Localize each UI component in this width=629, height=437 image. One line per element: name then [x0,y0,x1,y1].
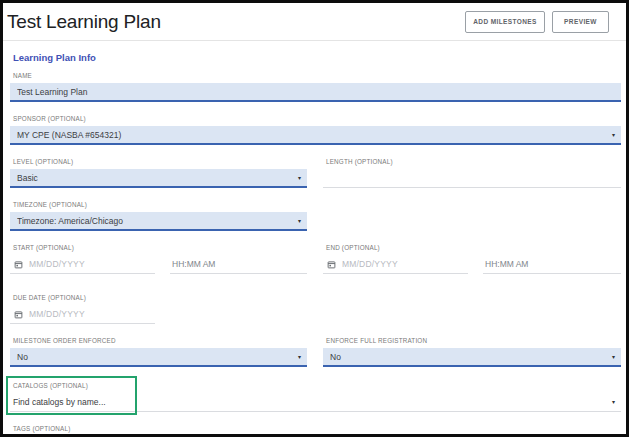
name-input[interactable]: Test Learning Plan [10,83,621,102]
enforcement-row: MILESTONE ORDER ENFORCED No ▾ ENFORCE FU… [10,337,621,367]
end-field-group: END (OPTIONAL) MM/DD/YYYY H [323,244,621,274]
start-time-placeholder: HH:MM AM [172,259,215,269]
length-field-group: LENGTH (OPTIONAL) [323,158,621,188]
page-title: Test Learning Plan [7,11,161,33]
timezone-row-spacer [323,201,621,231]
end-datetime-pair: MM/DD/YYYY HH:MM AM [323,255,621,274]
chevron-down-icon: ▾ [612,399,615,405]
level-select[interactable]: Basic ▾ [10,169,307,188]
header-actions: ADD MILESTONES PREVIEW [465,11,609,33]
milestone-order-value: No [17,352,298,362]
start-datetime-pair: MM/DD/YYYY HH:MM AM [10,255,307,274]
name-value: Test Learning Plan [17,87,615,97]
level-field-group: LEVEL (OPTIONAL) Basic ▾ [10,158,307,188]
chevron-down-icon: ▾ [298,354,301,360]
sponsor-select[interactable]: MY CPE (NASBA #654321) ▾ [10,126,621,145]
calendar-icon [14,260,23,269]
learning-plan-form-window: Test Learning Plan ADD MILESTONES PREVIE… [0,0,629,437]
add-milestones-button[interactable]: ADD MILESTONES [465,11,545,33]
end-label: END (OPTIONAL) [326,244,621,251]
due-date-placeholder: MM/DD/YYYY [29,309,85,319]
due-date-input[interactable]: MM/DD/YYYY [10,305,155,324]
chevron-down-icon: ▾ [612,132,615,138]
name-field-group: NAME Test Learning Plan [10,72,621,102]
timezone-value: Timezone: America/Chicago [17,216,298,226]
timezone-field-group: TIMEZONE (OPTIONAL) Timezone: America/Ch… [10,201,307,231]
sponsor-field-group: SPONSOR (OPTIONAL) MY CPE (NASBA #654321… [10,115,621,145]
page-header: Test Learning Plan ADD MILESTONES PREVIE… [3,3,626,41]
end-date-placeholder: MM/DD/YYYY [342,259,398,269]
enforce-registration-value: No [330,352,612,362]
due-date-label: DUE DATE (OPTIONAL) [13,294,621,301]
timezone-label: TIMEZONE (OPTIONAL) [13,201,307,208]
start-time-input[interactable]: HH:MM AM [170,255,307,274]
length-input[interactable] [323,169,621,188]
preview-button[interactable]: PREVIEW [552,11,609,33]
milestone-order-field-group: MILESTONE ORDER ENFORCED No ▾ [10,337,307,367]
timezone-row: TIMEZONE (OPTIONAL) Timezone: America/Ch… [10,201,621,231]
end-time-input[interactable]: HH:MM AM [483,255,621,274]
enforce-registration-label: ENFORCE FULL REGISTRATION [326,337,621,344]
name-label: NAME [13,72,621,79]
start-end-row: START (OPTIONAL) MM/DD/YYYY [10,244,621,274]
sponsor-value: MY CPE (NASBA #654321) [17,130,612,140]
enforce-registration-field-group: ENFORCE FULL REGISTRATION No ▾ [323,337,621,367]
end-date-input[interactable]: MM/DD/YYYY [323,255,468,274]
start-date-input[interactable]: MM/DD/YYYY [10,255,155,274]
enforce-registration-select[interactable]: No ▾ [323,348,621,367]
catalogs-field-group: CATALOGS (OPTIONAL) Find catalogs by nam… [10,382,621,412]
level-length-row: LEVEL (OPTIONAL) Basic ▾ LENGTH (OPTIONA… [10,158,621,188]
level-label: LEVEL (OPTIONAL) [13,158,307,165]
catalogs-label: CATALOGS (OPTIONAL) [13,382,621,389]
catalogs-search-input[interactable]: Find catalogs by name... ▾ [10,393,621,412]
chevron-down-icon: ▾ [298,175,301,181]
chevron-down-icon: ▾ [298,218,301,224]
milestone-order-label: MILESTONE ORDER ENFORCED [13,337,307,344]
milestone-order-select[interactable]: No ▾ [10,348,307,367]
length-label: LENGTH (OPTIONAL) [326,158,621,165]
calendar-icon [327,260,336,269]
timezone-select[interactable]: Timezone: America/Chicago ▾ [10,212,307,231]
sponsor-label: SPONSOR (OPTIONAL) [13,115,621,122]
catalogs-placeholder: Find catalogs by name... [13,397,612,407]
form-content: Learning Plan Info NAME Test Learning Pl… [3,41,626,437]
chevron-down-icon: ▾ [612,354,615,360]
section-title: Learning Plan Info [13,52,621,63]
tags-label: TAGS (OPTIONAL) [13,425,621,432]
tags-field-group: TAGS (OPTIONAL) Find tags by name... ▾ [10,425,621,437]
start-date-placeholder: MM/DD/YYYY [29,259,85,269]
end-time-placeholder: HH:MM AM [485,259,528,269]
due-date-field-group: DUE DATE (OPTIONAL) MM/DD/YYYY [10,294,621,324]
start-label: START (OPTIONAL) [13,244,307,251]
start-field-group: START (OPTIONAL) MM/DD/YYYY [10,244,307,274]
level-value: Basic [17,173,298,183]
calendar-icon [14,310,23,319]
